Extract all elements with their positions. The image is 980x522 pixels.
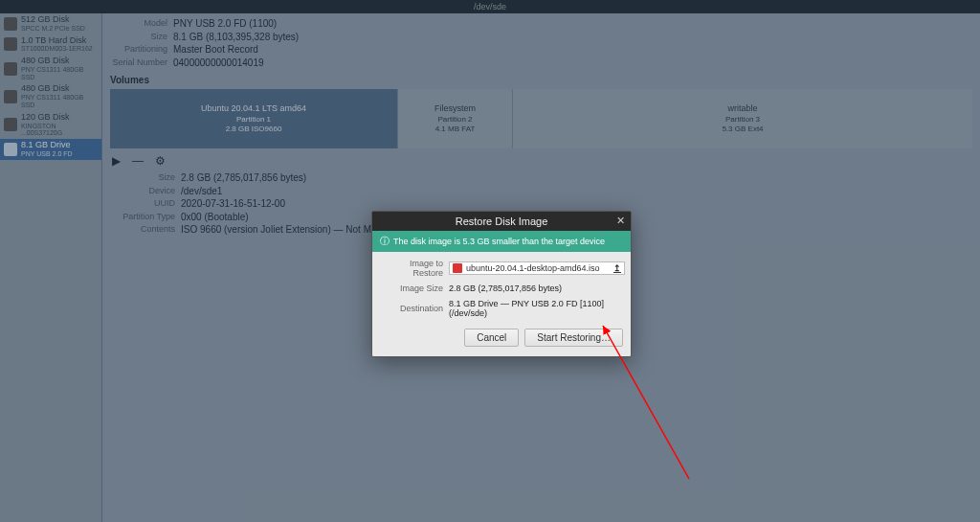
upload-icon: ↥: [613, 263, 621, 273]
close-icon[interactable]: ✕: [616, 215, 625, 227]
restore-disk-image-dialog: Restore Disk Image ✕ ⓘ The disk image is…: [371, 211, 632, 357]
destination-value: 8.1 GB Drive — PNY USB 2.0 FD [1100] (/d…: [449, 299, 625, 318]
iso-file-icon: [453, 263, 462, 273]
dialog-buttons: Cancel Start Restoring…: [372, 323, 631, 356]
cancel-button[interactable]: Cancel: [464, 329, 519, 347]
dialog-title: Restore Disk Image ✕: [372, 212, 631, 231]
dialog-body: Image to Restore ubuntu-20.04.1-desktop-…: [372, 252, 631, 323]
dialog-info-banner: ⓘ The disk image is 5.3 GB smaller than …: [372, 231, 631, 252]
info-icon: ⓘ: [380, 235, 390, 248]
image-size-value: 2.8 GB (2,785,017,856 bytes): [449, 284, 625, 293]
image-to-restore-picker[interactable]: ubuntu-20.04.1-desktop-amd64.iso ↥: [449, 261, 625, 275]
start-restoring-button[interactable]: Start Restoring…: [524, 329, 623, 347]
